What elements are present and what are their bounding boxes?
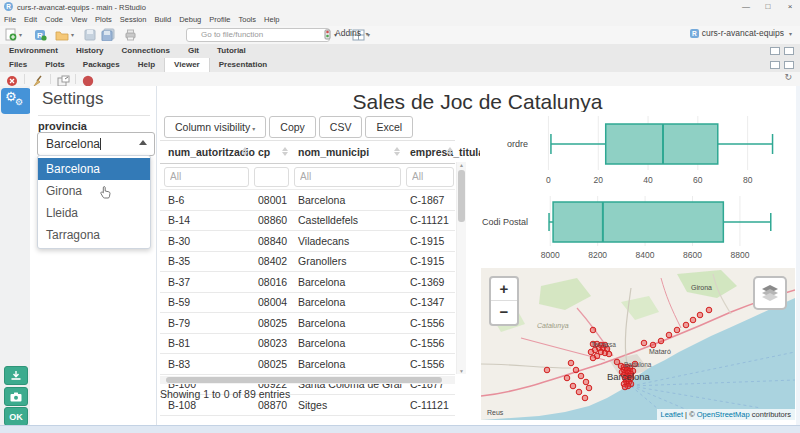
pane-minimize-icon[interactable]: [770, 61, 780, 69]
map-marker[interactable]: [564, 375, 570, 381]
map-marker[interactable]: [697, 312, 703, 318]
new-project-button[interactable]: R: [34, 28, 47, 41]
table-row[interactable]: B-7908025BarcelonaC-1556: [160, 313, 455, 334]
goto-file-input[interactable]: Go to file/function: [186, 28, 330, 42]
table-row[interactable]: B-3508402GranollersC-1915: [160, 252, 455, 273]
pane-maximize-icon[interactable]: [784, 47, 794, 55]
menu-item-view[interactable]: View: [67, 13, 91, 26]
pane-restore-icon[interactable]: [770, 47, 780, 55]
minimize-button[interactable]: —: [736, 0, 756, 13]
ok-button[interactable]: OK: [4, 407, 28, 426]
map-marker[interactable]: [576, 389, 582, 395]
close-button[interactable]: ×: [780, 0, 800, 13]
column-filter-empresa_titular[interactable]: [406, 167, 454, 187]
menu-item-plots[interactable]: Plots: [91, 13, 116, 26]
download-button[interactable]: [4, 366, 28, 385]
map-marker[interactable]: [658, 338, 664, 344]
refresh-viewer-icon[interactable]: ↻: [784, 72, 792, 82]
map-marker[interactable]: [586, 385, 592, 391]
column-header-cp[interactable]: cp: [250, 146, 290, 158]
dt-button-csv[interactable]: CSV: [319, 116, 363, 138]
table-row[interactable]: B-3708016BarcelonaC-1369: [160, 272, 455, 293]
map-marker[interactable]: [590, 355, 596, 361]
dropdown-option-tarragona[interactable]: Tarragona: [38, 224, 150, 246]
column-filter-num_autoritzacio[interactable]: [164, 167, 249, 187]
map-marker[interactable]: [690, 317, 696, 323]
column-filter-nom_municipi[interactable]: [294, 167, 401, 187]
osm-link[interactable]: OpenStreetMap: [697, 410, 750, 419]
column-filter-cp[interactable]: [254, 167, 289, 187]
table-row[interactable]: B-5908004BarcelonaC-1347: [160, 293, 455, 314]
scrollbar-thumb[interactable]: [458, 170, 465, 222]
dt-button-column-visibility[interactable]: Column visibility▾: [164, 116, 266, 138]
tab-presentation[interactable]: Presentation: [210, 58, 276, 72]
provincia-select[interactable]: Barcelona: [37, 132, 155, 156]
map-marker[interactable]: [588, 349, 594, 355]
menu-item-profile[interactable]: Profile: [205, 13, 234, 26]
map-marker[interactable]: [590, 327, 596, 333]
camera-button[interactable]: [4, 387, 28, 406]
maximize-button[interactable]: □: [758, 0, 778, 13]
project-selector[interactable]: R curs-r-avancat-equips ▾: [690, 28, 792, 38]
map-marker[interactable]: [583, 379, 589, 385]
print-button[interactable]: [124, 28, 137, 41]
tab-connections[interactable]: Connections: [112, 44, 178, 58]
menu-item-file[interactable]: File: [0, 13, 20, 26]
map-marker[interactable]: [674, 327, 680, 333]
save-button[interactable]: [84, 28, 96, 41]
table-row[interactable]: B-608001BarcelonaC-1867: [160, 190, 455, 211]
dt-button-excel[interactable]: Excel: [365, 116, 413, 138]
map-marker[interactable]: [614, 359, 620, 365]
tab-tutorial[interactable]: Tutorial: [208, 44, 255, 58]
pane-maximize-icon[interactable]: [784, 61, 794, 69]
scrollbar-thumb[interactable]: [166, 377, 442, 383]
zoom-out-button[interactable]: −: [491, 301, 517, 323]
map-marker[interactable]: [578, 373, 584, 379]
map-marker[interactable]: [573, 367, 579, 373]
tab-viewer[interactable]: Viewer: [164, 58, 210, 72]
menu-item-build[interactable]: Build: [150, 13, 175, 26]
settings-gear-badge[interactable]: ⚙ ⚙: [1, 88, 31, 114]
tab-help[interactable]: Help: [129, 58, 164, 72]
tab-packages[interactable]: Packages: [74, 58, 129, 72]
dropdown-option-girona[interactable]: Girona: [38, 180, 150, 202]
map-marker[interactable]: [570, 383, 576, 389]
dropdown-option-lleida[interactable]: Lleida: [38, 202, 150, 224]
new-file-button[interactable]: ▾: [5, 28, 22, 41]
column-header-nom_municipi[interactable]: nom_municipi: [290, 146, 402, 158]
map-marker[interactable]: [706, 307, 712, 313]
dt-button-copy[interactable]: Copy: [269, 116, 316, 138]
zoom-in-button[interactable]: +: [491, 278, 517, 301]
map-marker[interactable]: [650, 342, 656, 348]
map-marker[interactable]: [683, 322, 689, 328]
map-marker[interactable]: [544, 367, 550, 373]
tab-history[interactable]: History: [67, 44, 113, 58]
addins-menu[interactable]: Addins ▾: [335, 28, 368, 38]
tab-files[interactable]: Files: [0, 58, 36, 72]
dropdown-option-barcelona[interactable]: Barcelona: [38, 158, 150, 180]
table-row[interactable]: B-1408860CastelldefelsC-11121: [160, 211, 455, 232]
column-header-empresa_titular[interactable]: empresa_titular: [402, 146, 455, 158]
column-header-num_autoritzacio[interactable]: num_autoritzacio: [160, 146, 250, 158]
tab-environment[interactable]: Environment: [0, 44, 67, 58]
menu-item-code[interactable]: Code: [41, 13, 67, 26]
leaflet-link[interactable]: Leaflet: [661, 410, 684, 419]
menu-item-help[interactable]: Help: [260, 13, 283, 26]
table-row[interactable]: B-3008840ViladecansC-1915: [160, 231, 455, 252]
menu-item-tools[interactable]: Tools: [235, 13, 261, 26]
map-marker[interactable]: [666, 332, 672, 338]
save-all-button[interactable]: [101, 28, 115, 41]
menu-item-debug[interactable]: Debug: [175, 13, 205, 26]
tab-git[interactable]: Git: [179, 44, 208, 58]
map-marker[interactable]: [582, 395, 588, 401]
vertical-scrollbar[interactable]: ▲▼: [456, 162, 466, 374]
map-layers-control[interactable]: [753, 276, 787, 310]
leaflet-map[interactable]: GironaCatalunyaTerrassaMataróBadalonaBar…: [481, 268, 795, 420]
map-marker[interactable]: [641, 340, 647, 346]
map-marker[interactable]: [568, 360, 574, 366]
tab-plots[interactable]: Plots: [36, 58, 74, 72]
table-row[interactable]: B-8308025BarcelonaC-1556: [160, 354, 455, 375]
table-row[interactable]: B-8108023BarcelonaC-1556: [160, 334, 455, 355]
map-marker[interactable]: [622, 384, 628, 390]
menu-item-edit[interactable]: Edit: [20, 13, 41, 26]
